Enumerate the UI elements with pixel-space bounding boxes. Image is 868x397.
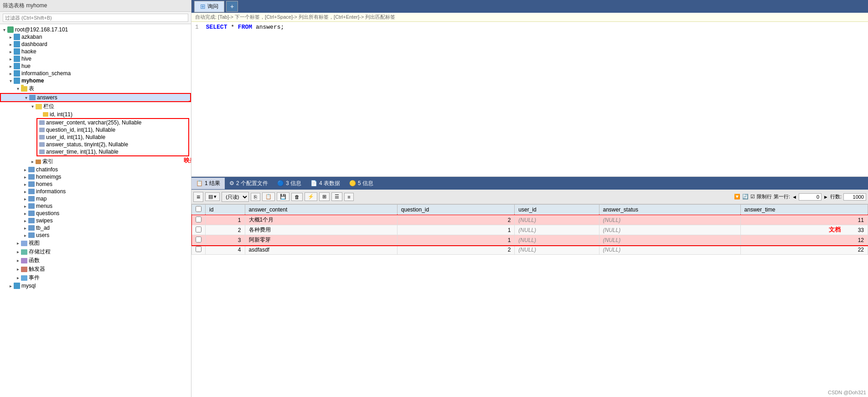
db-hue[interactable]: ▸ hue [0, 62, 191, 70]
event-folder[interactable]: ▸ 事件 [0, 273, 191, 282]
db-myhome[interactable]: ▾ myhome [0, 77, 191, 84]
toolbar-btn-list[interactable]: ☰ [331, 192, 342, 201]
col-answer-status[interactable]: answer_status, tinyint(2), Nullable [37, 141, 188, 148]
db-dashboard[interactable]: ▸ dashboard [0, 41, 191, 48]
folder-toggle[interactable]: ▸ [15, 258, 21, 263]
result-tab-5[interactable]: 🟡 5 信息 [345, 178, 378, 189]
row-check[interactable] [192, 235, 206, 245]
row-checkbox[interactable] [196, 237, 202, 242]
db-haoke[interactable]: ▸ haoke [0, 48, 191, 55]
db-toggle[interactable]: ▾ [7, 78, 14, 83]
toolbar-btn-grid[interactable]: ⊞ [319, 192, 330, 201]
table-toggle[interactable]: ▸ [22, 233, 28, 238]
filter-input[interactable] [3, 14, 188, 22]
views-folder[interactable]: ▸ 视图 [0, 239, 191, 247]
db-toggle[interactable]: ▸ [7, 35, 14, 40]
table-answers[interactable]: ▾ answers [0, 93, 191, 102]
table-toggle[interactable]: ▸ [22, 204, 28, 209]
limit-checkbox[interactable]: ☑ [750, 194, 755, 200]
folder-toggle[interactable]: ▸ [15, 275, 21, 280]
db-mysql[interactable]: ▸ mysql [0, 282, 191, 289]
folder-toggle[interactable]: ▸ [15, 267, 21, 272]
table-homeimgs[interactable]: ▸ homeimgs [0, 173, 191, 180]
refresh-icon[interactable]: 🔄 [742, 194, 749, 200]
table-row[interactable]: 1 大概1个月 2 (NULL) (NULL) 11 [192, 215, 868, 225]
row-check[interactable] [192, 215, 206, 225]
table-homes[interactable]: ▸ homes [0, 180, 191, 188]
table-toggle[interactable]: ▸ [22, 218, 28, 223]
table-toggle[interactable]: ▸ [22, 226, 28, 231]
table-questions[interactable]: ▸ questions [0, 210, 191, 217]
row-checkbox[interactable] [196, 217, 202, 222]
folder-toggle[interactable]: ▾ [15, 86, 21, 91]
next-btn[interactable]: ► [823, 194, 828, 200]
db-toggle[interactable]: ▸ [7, 64, 14, 69]
toolbar-btn-paste[interactable]: 📋 [262, 192, 275, 201]
table-toggle[interactable]: ▸ [22, 196, 28, 201]
filter-icon[interactable]: 🔽 [734, 194, 740, 200]
readonly-select[interactable]: (只读) [222, 192, 249, 202]
server-toggle[interactable]: ▾ [1, 27, 7, 32]
func-folder[interactable]: ▸ 函数 [0, 256, 191, 265]
db-azkaban[interactable]: ▸ azkaban [0, 33, 191, 41]
col-answer-content[interactable]: answer_content, varchar(255), Nullable [37, 119, 188, 126]
row-check[interactable] [192, 225, 206, 235]
result-tab-4[interactable]: 📄 4 表数据 [306, 178, 345, 189]
db-toggle[interactable]: ▸ [7, 57, 14, 62]
toolbar-btn-delete[interactable]: 🗑 [291, 193, 303, 201]
table-toggle[interactable]: ▸ [22, 167, 28, 172]
toolbar-dropdown[interactable]: ▤ ▾ [205, 192, 220, 201]
query-editor[interactable]: 1 SELECT * FROM answers; [191, 22, 868, 177]
toolbar-btn-save[interactable]: 💾 [277, 192, 289, 201]
query-tab-add-button[interactable]: + [226, 1, 238, 12]
toolbar-btn-export[interactable]: ≡ [193, 192, 203, 202]
row-checkbox[interactable] [196, 227, 202, 232]
table-map[interactable]: ▸ map [0, 195, 191, 202]
folder-toggle[interactable]: ▸ [15, 241, 21, 246]
row-count-input[interactable] [843, 193, 866, 201]
table-toggle[interactable]: ▸ [22, 189, 28, 194]
toolbar-btn-more[interactable]: ⚡ [305, 192, 317, 201]
proc-folder[interactable]: ▸ 存储过程 [0, 247, 191, 256]
server-node[interactable]: ▾ root@192.168.17.101 [0, 26, 191, 33]
prev-btn[interactable]: ◄ [792, 194, 797, 200]
table-toggle[interactable]: ▸ [22, 211, 28, 216]
row-check[interactable] [192, 245, 206, 255]
sidebar-filter[interactable] [0, 12, 191, 24]
table-row[interactable]: 2 各种费用 1 (NULL) (NULL) 33 [192, 225, 868, 235]
col-question-id[interactable]: question_id, int(11), Nullable [37, 126, 188, 134]
query-tab[interactable]: ⊞ 询问 [194, 1, 224, 12]
db-toggle[interactable]: ▸ [7, 284, 14, 289]
table-toggle[interactable]: ▸ [22, 182, 28, 187]
table-menus[interactable]: ▸ menus [0, 202, 191, 210]
table-row[interactable]: 3 阿新零芽 1 (NULL) (NULL) 12 [192, 235, 868, 245]
table-row[interactable]: 4 asdfasdf 2 (NULL) (NULL) 22 [192, 245, 868, 255]
folder-toggle[interactable]: ▸ [15, 249, 21, 254]
col-answer-time[interactable]: answer_time, int(11), Nullable [37, 148, 188, 155]
columns-folder[interactable]: ▾ 栏位 [0, 102, 191, 111]
col-toggle[interactable] [36, 112, 43, 117]
table-toggle[interactable]: ▾ [23, 95, 29, 100]
table-toggle[interactable]: ▸ [22, 175, 28, 180]
table-users[interactable]: ▸ users [0, 232, 191, 239]
db-toggle[interactable]: ▸ [7, 42, 14, 47]
select-all-checkbox[interactable] [196, 206, 202, 212]
trigger-folder[interactable]: ▸ 触发器 [0, 265, 191, 273]
result-tab-2[interactable]: ⚙ 2 个配置文件 [225, 178, 273, 189]
col-user-id[interactable]: user_id, int(11), Nullable [37, 134, 188, 141]
toolbar-btn-copy[interactable]: ⎘ [251, 193, 260, 201]
table-informations[interactable]: ▸ informations [0, 188, 191, 195]
folder-toggle[interactable]: ▾ [29, 104, 36, 109]
col-header-check[interactable] [192, 205, 206, 215]
index-folder[interactable]: ▸ 索引 [0, 157, 191, 166]
folder-toggle[interactable]: ▸ [29, 159, 36, 164]
db-information-schema[interactable]: ▸ information_schema [0, 70, 191, 77]
db-toggle[interactable]: ▸ [7, 71, 14, 76]
col-id[interactable]: id, int(11) [0, 111, 191, 118]
row-checkbox[interactable] [196, 246, 202, 252]
first-row-input[interactable] [799, 193, 822, 201]
toolbar-btn-text[interactable]: ≡ [344, 193, 353, 201]
result-tab-3[interactable]: 🔵 3 信息 [273, 178, 306, 189]
db-hive[interactable]: ▸ hive [0, 55, 191, 62]
db-toggle[interactable]: ▸ [7, 49, 14, 54]
